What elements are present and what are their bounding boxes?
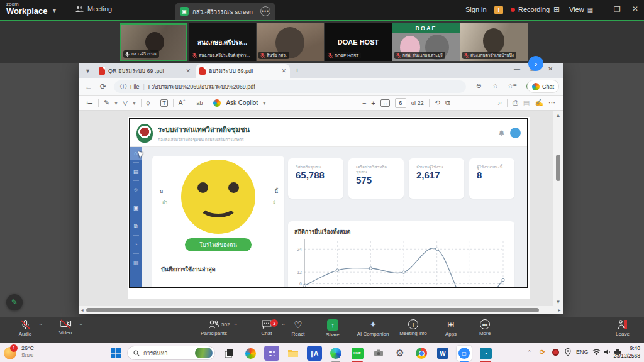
video-tile[interactable]: สินชัย กสว. bbox=[257, 23, 324, 61]
wifi-icon[interactable] bbox=[592, 349, 601, 355]
video-button[interactable]: Video ⌃ bbox=[45, 319, 86, 342]
notification-bell-icon[interactable]: 🔔︎ bbox=[498, 129, 505, 137]
sidebar-document-icon[interactable]: 🗎 bbox=[130, 220, 142, 233]
eraser-icon[interactable]: ◊ bbox=[147, 99, 150, 107]
chevron-down-icon[interactable]: ▾ bbox=[263, 100, 266, 106]
taskbar-clock[interactable]: 9:40 23/12/2568 bbox=[613, 345, 640, 360]
video-tile[interactable]: กสว.-ศิริวรรณ bbox=[120, 23, 187, 61]
chevron-down-icon[interactable]: ▾ bbox=[114, 100, 118, 106]
print-icon[interactable]: ⎙ bbox=[513, 99, 518, 107]
favorites-bar-icon[interactable]: ☆≡ bbox=[508, 82, 517, 89]
chevron-up-icon[interactable]: ⌃ bbox=[79, 323, 83, 329]
zoom-in-icon[interactable]: + bbox=[371, 99, 375, 107]
audio-button[interactable]: Audio ⌃ bbox=[5, 319, 45, 342]
highlighter-icon[interactable]: ▽ bbox=[123, 99, 128, 107]
video-tile[interactable]: สนง.เกษตรอำเภอบ้านบึง bbox=[460, 23, 528, 61]
sync-icon[interactable]: ⟳ bbox=[540, 348, 545, 356]
copilot-taskbar-button[interactable] bbox=[243, 346, 258, 361]
chevron-down-icon[interactable]: ▼ bbox=[52, 8, 57, 14]
chrome-button[interactable] bbox=[414, 346, 429, 361]
view-button[interactable]: View ▦ bbox=[569, 6, 593, 13]
close-tab-icon[interactable]: ✕ bbox=[281, 68, 286, 74]
vertical-scrollbar[interactable]: ▲ ▼ bbox=[553, 111, 563, 306]
annotate-button[interactable]: ✎ bbox=[6, 294, 23, 310]
search-icon[interactable]: ⌕ bbox=[498, 99, 502, 107]
new-tab-button[interactable]: + bbox=[295, 66, 299, 75]
url-field[interactable]: ⓘ File | F:/อบรมระบบ%2069/อบรมระบบ%2069.… bbox=[114, 80, 466, 93]
chevron-up-icon[interactable]: ⌃ bbox=[38, 323, 43, 329]
scroll-up-icon[interactable]: ▲ bbox=[553, 111, 563, 119]
toc-icon[interactable]: ≔ bbox=[86, 99, 93, 107]
chevron-down-icon[interactable]: ▾ bbox=[133, 100, 136, 106]
zoom-page-icon[interactable]: ⊖ bbox=[476, 82, 481, 89]
tab-meeting[interactable]: Meeting bbox=[75, 5, 112, 13]
draw-pen-icon[interactable]: ✎ bbox=[104, 99, 109, 107]
rotate-icon[interactable]: ⟲ bbox=[435, 99, 440, 107]
translate-icon[interactable]: ab bbox=[196, 100, 203, 106]
scrollbar-thumb[interactable] bbox=[556, 155, 560, 181]
next-videos-button[interactable]: › bbox=[528, 56, 543, 71]
more-button[interactable]: ••• More bbox=[465, 319, 505, 342]
video-tile[interactable]: สนง.กษอ.ศรีประ... สนง.กษอ.ศรีประจันต์ สุ… bbox=[189, 23, 256, 61]
read-aloud-icon[interactable]: A⌃ bbox=[179, 99, 186, 106]
sidebar-card-icon[interactable]: ▥ bbox=[130, 256, 142, 269]
minimize-button[interactable]: — bbox=[595, 4, 602, 13]
ask-copilot-button[interactable]: Ask Copilot bbox=[226, 99, 258, 106]
info-icon[interactable]: ⓘ bbox=[120, 82, 126, 91]
zoom-out-icon[interactable]: − bbox=[362, 99, 366, 107]
teal-app-button[interactable]: ◔ bbox=[478, 346, 493, 361]
user-avatar[interactable] bbox=[510, 128, 521, 138]
task-view-button[interactable] bbox=[221, 346, 236, 361]
language-indicator[interactable]: ENG bbox=[576, 349, 589, 355]
refresh-icon[interactable]: ⟳ bbox=[100, 82, 106, 91]
file-explorer-button[interactable] bbox=[286, 346, 301, 361]
close-button[interactable]: ✕ bbox=[632, 4, 638, 13]
search-input[interactable]: การค้นหา bbox=[127, 346, 215, 360]
back-icon[interactable]: ← bbox=[85, 82, 92, 91]
sidebar-chart-icon[interactable]: ◔ bbox=[130, 238, 142, 251]
more-options-icon[interactable]: ⋯ bbox=[548, 99, 555, 107]
people-app-button[interactable] bbox=[264, 346, 279, 361]
tab-options-icon[interactable]: ••• bbox=[260, 6, 270, 16]
edge-button[interactable] bbox=[328, 346, 343, 361]
sidebar-camera-icon[interactable]: ▣ bbox=[130, 202, 142, 214]
sidebar-folder-icon[interactable]: ▤ bbox=[130, 165, 142, 178]
sign-in-button[interactable]: Sign in bbox=[465, 6, 487, 13]
ai-companion-button[interactable]: ✦ AI Companion bbox=[353, 319, 393, 342]
close-tab-icon[interactable]: ✕ bbox=[186, 68, 191, 74]
scrollbar-thumb[interactable] bbox=[86, 308, 539, 312]
leave-button[interactable]: Leave bbox=[602, 319, 643, 342]
security-shield-icon[interactable]: ! bbox=[494, 6, 503, 14]
video-tile[interactable]: DOAE HOST DOAE HOST bbox=[325, 23, 392, 61]
tray-expand-icon[interactable]: ⌃ bbox=[527, 349, 532, 356]
copilot-chat-button[interactable]: Chat bbox=[527, 80, 559, 93]
camera-app-button[interactable] bbox=[371, 346, 386, 361]
horizontal-scrollbar[interactable]: ◄ ► bbox=[79, 306, 563, 314]
my-profile-button[interactable]: โปรไฟล์ของฉัน bbox=[185, 238, 252, 251]
favorite-star-icon[interactable]: ☆ bbox=[492, 82, 498, 89]
blue-app-button[interactable]: ∥A bbox=[307, 346, 322, 361]
browser-tab-active[interactable]: อบรมระบบ 69.pdf ✕ bbox=[196, 64, 290, 78]
scroll-right-icon[interactable]: ► bbox=[557, 308, 562, 312]
browser-tab[interactable]: QR อบรมระบบ 69 .pdf ✕ bbox=[95, 64, 194, 78]
share-button[interactable]: ↑ Share bbox=[313, 319, 353, 342]
weather-widget[interactable]: 1 26°C มีเมฆ bbox=[4, 345, 34, 359]
save-as-icon[interactable]: ✍ bbox=[535, 99, 543, 107]
save-icon[interactable]: ▤ bbox=[523, 99, 530, 107]
meeting-info-button[interactable]: i Meeting info bbox=[393, 319, 433, 342]
window-minimize-button[interactable]: — bbox=[514, 65, 520, 72]
speaker-icon[interactable] bbox=[604, 349, 611, 355]
participants-button[interactable]: 552 Participants ⌃ bbox=[194, 319, 234, 342]
word-button[interactable]: W bbox=[435, 346, 450, 361]
video-tile[interactable]: DOAE กสพ. สนง.เกษจ.สระบุรี bbox=[392, 23, 460, 61]
chevron-up-icon[interactable]: ⌃ bbox=[233, 323, 238, 329]
zoom-app-button[interactable]: ▢ bbox=[457, 346, 472, 361]
maximize-button[interactable]: ❐ bbox=[614, 5, 621, 14]
line-app-button[interactable]: LINE bbox=[350, 346, 365, 361]
page-number-input[interactable]: 6 bbox=[395, 98, 406, 108]
sidebar-network-icon[interactable]: ⌾ bbox=[130, 184, 142, 196]
location-icon[interactable] bbox=[565, 348, 571, 356]
recording-tray-icon[interactable] bbox=[552, 349, 559, 356]
settings-button[interactable]: ⚙ bbox=[392, 346, 408, 361]
add-text-icon[interactable]: T bbox=[160, 99, 168, 107]
